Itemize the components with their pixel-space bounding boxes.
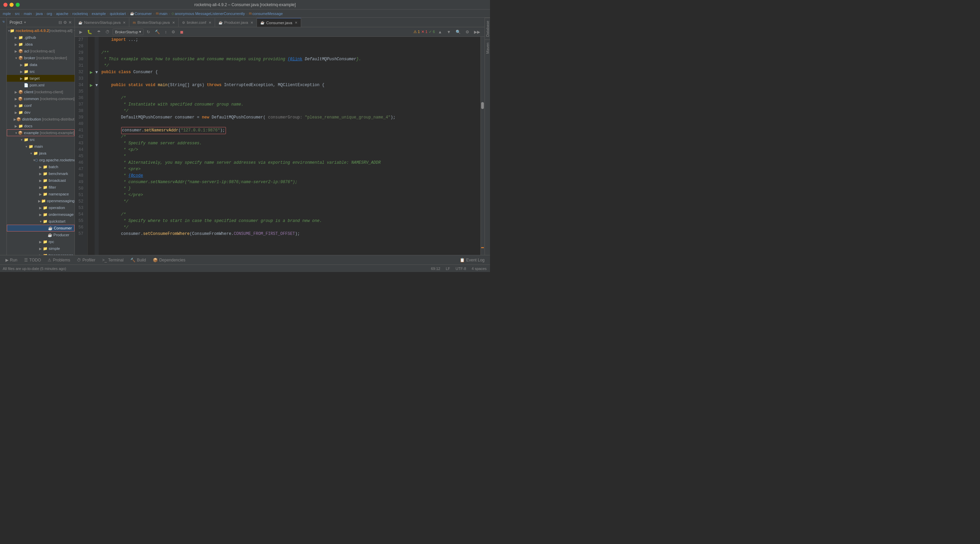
fold-34[interactable]: ▼ (95, 82, 99, 89)
tree-github[interactable]: ▶ 📁 .github (7, 34, 75, 41)
tree-namespace[interactable]: ▶ 📁 namespace (7, 191, 75, 198)
project-icon[interactable]: P (1, 19, 6, 24)
line-ending[interactable]: LF (445, 266, 451, 271)
tree-example-java[interactable]: ▾ 📁 java (7, 150, 75, 156)
run-tool-tab[interactable]: ▶ Run (3, 257, 20, 263)
run-arrow-34[interactable]: ▶ (88, 82, 95, 89)
bc-quickstart[interactable]: quickstart (110, 11, 126, 16)
tree-docs[interactable]: ▶ 📁 docs (7, 123, 75, 129)
project-dropdown-arrow[interactable]: ▾ (24, 21, 26, 24)
settings-gear-button[interactable]: ⚙ (464, 29, 471, 35)
fold-31[interactable]: ▼ (95, 69, 99, 76)
bc-main[interactable]: main (24, 11, 32, 16)
indent[interactable]: 4 spaces (471, 266, 487, 271)
tab-consumer[interactable]: ☕ Consumer.java ✕ (257, 18, 301, 27)
tree-client[interactable]: ▶ 📦 client [rocketmq-client] (7, 89, 75, 95)
tab-brokerstartup[interactable]: m BrokerStartup.java ✕ (129, 18, 179, 27)
event-log-tab[interactable]: 📋 Event Log (457, 257, 487, 263)
tree-tracemessage[interactable]: ▶ 📁 tracemessage (7, 252, 75, 255)
editor-scrollbar[interactable] (480, 37, 485, 255)
run-arrow-32[interactable]: ▶ (88, 69, 95, 76)
tree-benchmark[interactable]: ▶ 📁 benchmark (7, 170, 75, 177)
tree-rpc[interactable]: ▶ 📁 rpc (7, 238, 75, 245)
tree-broker-pom[interactable]: 📄 pom.xml (7, 82, 75, 89)
settings-button[interactable]: ⚙ (170, 29, 177, 35)
tree-root[interactable]: ▾ 📁 rocketmq-all-4.9.2 [rocketmq-all] ~/… (7, 27, 75, 34)
search-everywhere-button[interactable]: 🔍 (454, 29, 463, 35)
namesrv-close-icon[interactable]: ✕ (123, 21, 126, 24)
project-collapse-all[interactable]: ⊟ (59, 20, 62, 25)
producer-close-icon[interactable]: ✕ (250, 21, 253, 24)
tree-consumer[interactable]: ☕ Consumer (7, 225, 75, 231)
bc-method-main[interactable]: main (159, 11, 167, 16)
scroll-down-button[interactable]: ▼ (445, 29, 453, 35)
problems-tab[interactable]: ⚠ Problems (45, 257, 73, 263)
run-config-selector[interactable]: BrokerStartup ▾ (113, 29, 143, 35)
project-close[interactable]: ✕ (68, 20, 72, 25)
scrollbar-thumb[interactable] (481, 102, 484, 109)
tree-broadcast[interactable]: ▶ 📁 broadcast (7, 177, 75, 184)
broker-close-icon[interactable]: ✕ (172, 21, 175, 24)
window-controls[interactable] (3, 3, 20, 7)
database-tab[interactable]: Database (485, 18, 490, 40)
tree-broker[interactable]: ▾ 📦 broker [rocketmq-broker] (7, 54, 75, 61)
tree-example[interactable]: ▾ 📦 example [rocketmq-example] (7, 129, 75, 136)
tree-conf[interactable]: ▶ 📁 conf (7, 102, 75, 109)
bc-consume-message[interactable]: consumeMessage (253, 11, 283, 16)
more-button[interactable]: ▶▶ (472, 29, 482, 35)
code-content[interactable]: import ...; /** * This example shows how… (99, 37, 480, 255)
debug-button[interactable]: 🐛 (86, 29, 94, 35)
tree-simple[interactable]: ▶ 📁 simple (7, 245, 75, 252)
profile-button[interactable]: ⏱ (104, 29, 111, 35)
maximize-button[interactable] (16, 3, 20, 7)
terminal-tab[interactable]: >_ Terminal (99, 257, 126, 263)
bc-org[interactable]: org (47, 11, 52, 16)
tree-broker-data[interactable]: ▶ 📁 data (7, 61, 75, 68)
todo-tab[interactable]: ☰ TODO (21, 257, 43, 263)
bc-consumer[interactable]: Consumer (135, 11, 152, 16)
tree-idea[interactable]: ▶ 📁 .idea (7, 41, 75, 48)
bc-mple[interactable]: mple (3, 11, 11, 16)
stop-button[interactable]: ◼ (178, 29, 185, 35)
encoding[interactable]: UTF-8 (455, 266, 467, 271)
bc-anon-class[interactable]: anonymous MessageListenerConcurrently (175, 11, 245, 16)
consumer-close-icon[interactable]: ✕ (295, 21, 298, 24)
tree-broker-target[interactable]: ▶ 📁 target (7, 75, 75, 82)
bc-apache[interactable]: apache (56, 11, 68, 16)
tree-example-package[interactable]: ▾ ⬡ org.apache.rocketmq.example (7, 156, 75, 163)
build-button[interactable]: 🔨 (153, 29, 162, 35)
bc-src[interactable]: src (15, 11, 20, 16)
cursor-position[interactable]: 69:12 (430, 266, 441, 271)
tab-producer[interactable]: ☕ Producer.java ✕ (215, 18, 257, 27)
tree-batch[interactable]: ▶ 📁 batch (7, 163, 75, 170)
tab-brokerconf[interactable]: ⚙ broker.conf ✕ (179, 18, 215, 27)
tree-quickstart[interactable]: ▾ 📁 quickstart (7, 218, 75, 225)
tree-common[interactable]: ▶ 📦 common [rocketmq-common] (7, 95, 75, 102)
sync-button[interactable]: ↕ (163, 29, 169, 35)
tree-acl[interactable]: ▶ 📦 acl [rocketmq-acl] (7, 48, 75, 54)
dependencies-tab[interactable]: 📦 Dependencies (150, 257, 188, 263)
refresh-button[interactable]: ↻ (145, 29, 152, 35)
tab-namesrv[interactable]: ☕ NamesrvStartup.java ✕ (75, 18, 129, 27)
scroll-up-button[interactable]: ▲ (436, 29, 444, 35)
tree-example-main[interactable]: ▾ 📁 main (7, 143, 75, 150)
minimize-button[interactable] (10, 3, 14, 7)
tree-example-src[interactable]: ▾ 📁 src (7, 136, 75, 143)
tree-ordermessage[interactable]: ▶ 📁 ordermessage (7, 211, 75, 218)
tree-broker-src[interactable]: ▶ 📁 src (7, 68, 75, 75)
bc-java[interactable]: java (36, 11, 43, 16)
tree-distribution[interactable]: ▶ 📦 distribution [rocketmq-distribution] (7, 116, 75, 123)
tree-producer[interactable]: ☕ Producer (7, 231, 75, 238)
coverage-button[interactable]: ☂ (95, 29, 102, 35)
project-settings[interactable]: ⚙ (63, 20, 67, 25)
bc-rocketmq[interactable]: rocketmq (73, 11, 88, 16)
profiler-tab[interactable]: ⏱ Profiler (74, 257, 98, 263)
build-tab[interactable]: 🔨 Build (127, 257, 149, 263)
tree-openmessaging[interactable]: ▶ 📁 openmessaging (7, 198, 75, 204)
run-button[interactable]: ▶ (78, 29, 84, 35)
tree-operation[interactable]: ▶ 📁 operation (7, 204, 75, 211)
maven-tab[interactable]: Maven (485, 40, 490, 56)
tree-filter[interactable]: ▶ 📁 filter (7, 184, 75, 191)
tree-dev[interactable]: ▶ 📁 dev (7, 109, 75, 116)
close-button[interactable] (3, 3, 8, 7)
